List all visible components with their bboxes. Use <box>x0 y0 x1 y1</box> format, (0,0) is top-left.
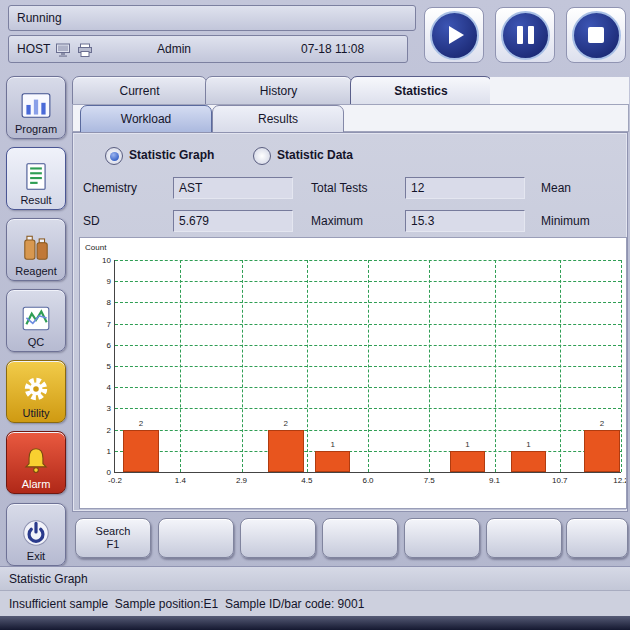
tab-current[interactable]: Current <box>72 76 207 106</box>
v-gridline <box>242 260 243 472</box>
y-tick-label: 1 <box>83 447 111 456</box>
sidebar-item-label: Utility <box>23 407 50 419</box>
x-tick-label: 7.5 <box>412 476 446 485</box>
host-label: HOST <box>17 36 50 62</box>
v-gridline <box>621 260 622 472</box>
statistic-data-label: Statistic Data <box>277 147 353 163</box>
sidebar-item-program[interactable]: Program <box>6 76 66 139</box>
y-tick-label: 8 <box>83 298 111 307</box>
v-gridline <box>180 260 181 472</box>
histogram-bar <box>268 430 304 472</box>
histogram-bar <box>315 451 351 472</box>
tab-history[interactable]: History <box>205 76 352 106</box>
y-tick-label: 4 <box>83 383 111 392</box>
histogram-bar <box>584 430 620 472</box>
maximum-field[interactable]: 15.3 <box>405 210 525 232</box>
pause-icon <box>501 11 550 60</box>
x-tick-label: -0.2 <box>98 476 132 485</box>
result-icon <box>20 162 52 192</box>
y-tick-label: 5 <box>83 362 111 371</box>
y-tick-label: 10 <box>83 256 111 265</box>
function-key-blank-6[interactable] <box>566 518 628 558</box>
datetime: 07-18 11:08 <box>301 36 364 62</box>
histogram-bar <box>123 430 159 472</box>
x-tick-label: 2.9 <box>225 476 259 485</box>
program-icon <box>20 91 52 121</box>
bar-value-label: 1 <box>511 440 547 449</box>
utility-icon <box>20 375 52 405</box>
histogram-bar <box>511 451 547 472</box>
chart-ylabel: Count <box>85 243 106 252</box>
monitor-icon <box>55 41 71 67</box>
status-bar: Statistic Graph <box>0 566 630 590</box>
current-user: Admin <box>157 36 191 62</box>
start-button[interactable] <box>424 7 484 63</box>
y-tick-label: 2 <box>83 426 111 435</box>
v-gridline <box>368 260 369 472</box>
v-gridline <box>307 260 308 472</box>
sidebar-item-alarm[interactable]: Alarm <box>6 431 66 494</box>
bar-value-label: 2 <box>123 419 159 428</box>
chemistry-label: Chemistry <box>83 180 137 196</box>
function-key-blank-5[interactable] <box>486 518 562 558</box>
host-bar: HOST Admin 07-18 11:08 <box>8 35 408 63</box>
mean-label: Mean <box>541 180 571 196</box>
bar-value-label: 1 <box>315 440 351 449</box>
sidebar-item-utility[interactable]: Utility <box>6 360 66 423</box>
plot-area: 012345678910-0.21.42.94.56.07.59.110.712… <box>114 260 621 473</box>
total-tests-field[interactable]: 12 <box>405 177 525 199</box>
sidebar-item-qc[interactable]: QC <box>6 289 66 352</box>
printer-icon <box>77 41 93 67</box>
statistic-graph-radio[interactable] <box>105 147 123 165</box>
v-gridline <box>495 260 496 472</box>
sidebar-item-label: Program <box>15 123 57 135</box>
minimum-label: Minimum <box>541 213 590 229</box>
x-tick-label: 12.2 <box>604 476 627 485</box>
x-tick-label: 1.4 <box>163 476 197 485</box>
function-key-blank-4[interactable] <box>404 518 480 558</box>
tab-statistics[interactable]: Statistics <box>350 76 492 106</box>
sidebar-item-result[interactable]: Result <box>6 147 66 210</box>
bottom-strip <box>0 616 630 630</box>
statistics-panel: Statistic Graph Statistic Data Chemistry… <box>72 132 628 512</box>
statistic-graph-label: Statistic Graph <box>129 147 214 163</box>
tab-workload[interactable]: Workload <box>80 105 212 134</box>
function-key-blank-3[interactable] <box>322 518 398 558</box>
play-icon <box>430 11 479 60</box>
chemistry-field[interactable]: AST <box>173 177 293 199</box>
histogram-bar <box>450 451 486 472</box>
tab-results[interactable]: Results <box>212 105 344 134</box>
x-tick-label: 4.5 <box>290 476 324 485</box>
sidebar-item-label: Reagent <box>15 265 57 277</box>
stop-button[interactable] <box>566 7 626 63</box>
function-key-blank-2[interactable] <box>240 518 316 558</box>
running-status: Running <box>8 5 416 31</box>
search-button-key: F1 <box>107 538 120 551</box>
bar-value-label: 2 <box>268 419 304 428</box>
maximum-label: Maximum <box>311 213 363 229</box>
qc-icon <box>20 304 52 334</box>
total-tests-label: Total Tests <box>311 180 367 196</box>
sidebar-item-label: Exit <box>27 550 45 562</box>
message-bar: Insufficient sample Sample position:E1 S… <box>0 590 630 616</box>
y-tick-label: 9 <box>83 277 111 286</box>
search-button-label: Search <box>96 525 131 538</box>
sidebar-item-exit[interactable]: Exit <box>6 503 66 566</box>
statistic-data-radio[interactable] <box>253 147 271 165</box>
function-key-blank-1[interactable] <box>158 518 234 558</box>
sidebar-item-reagent[interactable]: Reagent <box>6 218 66 281</box>
y-tick-label: 3 <box>83 404 111 413</box>
tab-row-filler <box>490 77 629 104</box>
radio-selected-icon <box>110 152 119 161</box>
stop-icon <box>572 11 621 60</box>
v-gridline <box>560 260 561 472</box>
y-tick-label: 7 <box>83 320 111 329</box>
x-tick-label: 9.1 <box>478 476 512 485</box>
exit-icon <box>20 518 52 548</box>
pause-button[interactable] <box>495 7 555 63</box>
v-gridline <box>429 260 430 472</box>
histogram-chart: Count 012345678910-0.21.42.94.56.07.59.1… <box>79 237 627 509</box>
sd-field[interactable]: 5.679 <box>173 210 293 232</box>
bar-value-label: 2 <box>584 419 620 428</box>
search-f1-button[interactable]: Search F1 <box>75 518 151 558</box>
